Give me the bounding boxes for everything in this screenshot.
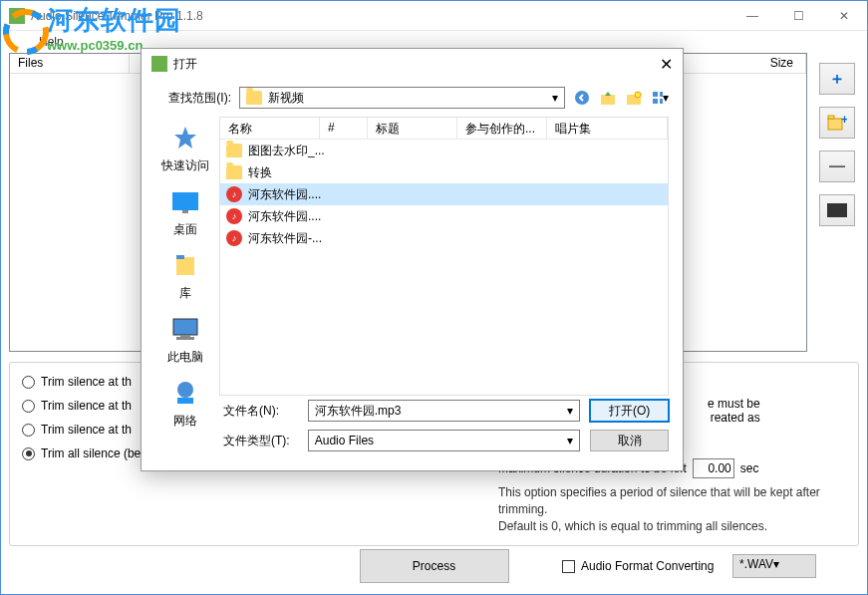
svg-rect-15 — [176, 257, 194, 275]
remove-button[interactable]: — — [819, 150, 855, 182]
svg-rect-21 — [177, 398, 193, 404]
desktop-icon — [170, 190, 200, 214]
radio-label-3: Trim silence at th — [41, 423, 132, 437]
svg-rect-2 — [828, 119, 842, 130]
dialog-close-button[interactable]: ✕ — [660, 55, 673, 74]
window-title: Audio Silence Trimmer Pro 1.1.8 — [31, 9, 729, 23]
svg-rect-12 — [660, 99, 663, 104]
place-quick-access[interactable]: 快速访问 — [157, 123, 213, 174]
radio-trim-all[interactable] — [22, 447, 35, 460]
audio-icon: ♪ — [226, 208, 242, 224]
library-icon — [172, 253, 198, 279]
max-silence-input[interactable] — [693, 458, 734, 478]
lookin-select[interactable]: 新视频 ▾ — [239, 87, 565, 109]
svg-text:+: + — [841, 114, 847, 127]
back-icon[interactable] — [573, 89, 591, 107]
afc-label: Audio Format Converting — [581, 559, 714, 573]
file-row[interactable]: 图图去水印_... — [220, 140, 668, 161]
add-folder-icon: + — [827, 114, 847, 132]
format-select[interactable]: *.WAV▾ — [732, 554, 816, 578]
place-this-pc[interactable]: 此电脑 — [157, 314, 213, 366]
view-menu-icon[interactable]: ▾ — [651, 89, 669, 107]
filename-input[interactable]: 河东软件园.mp3▾ — [308, 400, 581, 422]
svg-rect-16 — [176, 255, 184, 259]
open-button[interactable]: 打开(O) — [590, 400, 669, 422]
svg-rect-18 — [180, 335, 190, 337]
audio-icon: ♪ — [226, 186, 242, 202]
info-line-1: This option specifies a period of silenc… — [498, 484, 858, 518]
radio-label-2: Trim silence at th — [41, 399, 132, 413]
afc-checkbox[interactable] — [562, 560, 575, 573]
file-name: 河东软件园.... — [248, 208, 321, 225]
pc-icon — [170, 317, 200, 343]
clear-button[interactable]: — — [819, 194, 855, 226]
radio-trim-3[interactable] — [22, 424, 35, 437]
sec-label: sec — [740, 461, 759, 475]
maximize-button[interactable]: ☐ — [775, 1, 821, 31]
place-network[interactable]: 网络 — [157, 378, 213, 430]
svg-point-20 — [177, 382, 193, 398]
col-num[interactable]: # — [320, 118, 368, 139]
add-folder-button[interactable]: + — [819, 107, 855, 139]
svg-point-8 — [635, 92, 641, 98]
radio-trim-1[interactable] — [22, 376, 35, 389]
folder-icon — [226, 144, 242, 157]
up-icon[interactable] — [599, 89, 617, 107]
folder-icon — [226, 165, 242, 179]
info-line-2: Default is 0, which is equal to trimming… — [498, 518, 858, 535]
svg-rect-11 — [653, 99, 658, 104]
process-button[interactable]: Process — [360, 549, 509, 583]
files-column-header[interactable]: Files — [10, 54, 130, 73]
dialog-titlebar: 打开 ✕ — [142, 49, 683, 79]
place-desktop[interactable]: 桌面 — [157, 186, 213, 238]
svg-rect-17 — [173, 319, 197, 335]
titlebar: Audio Silence Trimmer Pro 1.1.8 — ☐ ✕ — [1, 1, 867, 31]
bottom-bar: Process Audio Format Converting *.WAV▾ — [9, 546, 859, 586]
radio-trim-2[interactable] — [22, 400, 35, 413]
file-name: 河东软件园-... — [248, 230, 322, 247]
menu-help[interactable]: Help — [39, 35, 64, 49]
close-button[interactable]: ✕ — [821, 1, 867, 31]
svg-rect-14 — [182, 210, 188, 213]
places-bar: 快速访问 桌面 库 此电脑 网络 — [155, 117, 215, 396]
col-name[interactable]: 名称 — [220, 118, 320, 139]
svg-point-5 — [575, 91, 589, 105]
lookin-value: 新视频 — [268, 90, 304, 107]
new-folder-icon[interactable] — [625, 89, 643, 107]
file-list[interactable]: 名称 # 标题 参与创作的... 唱片集 图图去水印_...转换♪河东软件园..… — [219, 117, 669, 396]
radio-label-1: Trim silence at th — [41, 375, 132, 389]
svg-rect-3 — [828, 116, 834, 119]
add-file-button[interactable]: ＋ — [819, 63, 855, 95]
network-icon — [171, 380, 199, 408]
place-library[interactable]: 库 — [157, 250, 213, 302]
app-icon — [9, 8, 25, 24]
audio-icon: ♪ — [226, 230, 242, 246]
file-row[interactable]: 转换 — [220, 161, 668, 183]
file-row[interactable]: ♪河东软件园.... — [220, 183, 668, 205]
lookin-label: 查找范围(I): — [155, 90, 231, 107]
audio-format-converting[interactable]: Audio Format Converting — [562, 559, 714, 573]
file-name: 转换 — [248, 164, 272, 181]
file-list-columns: 名称 # 标题 参与创作的... 唱片集 — [220, 118, 668, 140]
cancel-button[interactable]: 取消 — [590, 430, 669, 451]
svg-rect-6 — [601, 95, 615, 105]
col-contrib[interactable]: 参与创作的... — [457, 118, 547, 139]
filetype-label: 文件类型(T): — [223, 433, 298, 449]
file-row[interactable]: ♪河东软件园.... — [220, 205, 668, 227]
file-name: 图图去水印_... — [248, 143, 325, 159]
svg-rect-10 — [660, 92, 663, 97]
file-row[interactable]: ♪河东软件园-... — [220, 227, 668, 249]
svg-rect-19 — [176, 337, 194, 340]
file-name: 河东软件园.... — [248, 186, 321, 203]
dialog-icon — [151, 56, 167, 72]
star-icon — [171, 125, 199, 152]
filename-label: 文件名(N): — [223, 403, 298, 420]
svg-rect-9 — [653, 92, 658, 97]
col-album[interactable]: 唱片集 — [547, 118, 668, 139]
side-toolbar: ＋ + — — — [819, 63, 855, 226]
folder-icon — [246, 91, 262, 105]
filetype-select[interactable]: Audio Files▾ — [308, 430, 581, 451]
open-dialog: 打开 ✕ 查找范围(I): 新视频 ▾ ▾ 快速访问 桌面 库 此电脑 — [141, 48, 684, 471]
minimize-button[interactable]: — — [729, 1, 775, 31]
col-title[interactable]: 标题 — [368, 118, 457, 139]
